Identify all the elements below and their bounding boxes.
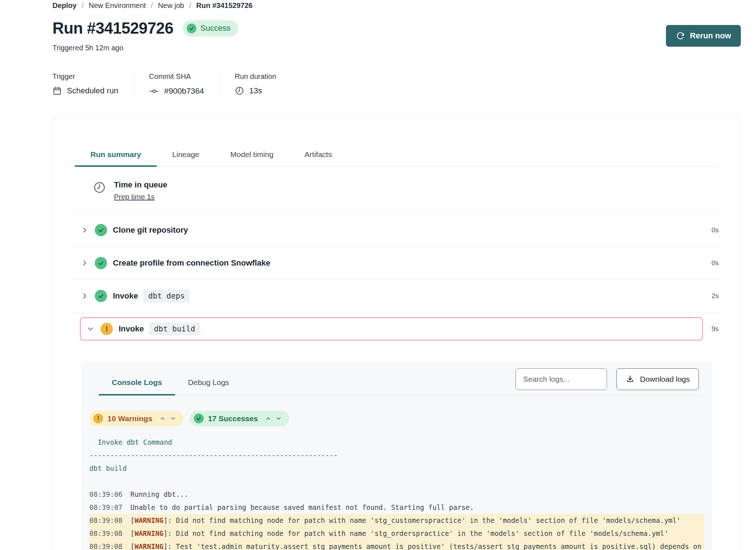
breadcrumb-separator: / bbox=[82, 1, 84, 10]
clock-icon bbox=[93, 181, 106, 201]
refresh-icon bbox=[676, 31, 685, 41]
rerun-now-button[interactable]: Rerun now bbox=[666, 25, 741, 47]
chevron-right-icon[interactable] bbox=[81, 259, 88, 267]
logs-tabs: Console Logs Debug Logs bbox=[99, 372, 242, 395]
warnings-badge[interactable]: ! 10 Warnings bbox=[89, 411, 183, 426]
step-row-dbt-deps[interactable]: Invoke dbt deps 2s bbox=[53, 280, 740, 312]
step-title: Invoke bbox=[113, 291, 138, 301]
run-summary-card: Run summary Lineage Model timing Artifac… bbox=[52, 117, 741, 550]
step-title: Create profile from connection Snowflake bbox=[113, 258, 270, 268]
meta-commit-value: #900b7364 bbox=[164, 86, 204, 96]
status-badge-label: Success bbox=[200, 24, 230, 33]
triggered-text: Triggered 5h 12m ago bbox=[52, 44, 238, 52]
chevron-down-icon[interactable] bbox=[87, 325, 94, 333]
success-check-icon bbox=[95, 224, 107, 236]
breadcrumb-new-job[interactable]: New job bbox=[158, 1, 184, 10]
status-badge: Success bbox=[183, 20, 238, 37]
meta-duration-value: 13s bbox=[249, 86, 262, 96]
log-filter-badges: ! 10 Warnings 17 Successes bbox=[89, 411, 713, 426]
step-duration: 2s bbox=[712, 292, 719, 300]
logs-panel: Console Logs Debug Logs Download logs ! bbox=[81, 362, 713, 550]
page-header: Run #341529726 Success Triggered 5h 12m … bbox=[52, 19, 741, 52]
check-circle-icon bbox=[187, 24, 196, 33]
breadcrumb-new-environment[interactable]: New Environment bbox=[89, 1, 146, 10]
log-line: 08:39:07Unable to do partial parsing bec… bbox=[89, 501, 704, 514]
logs-controls: Download logs bbox=[515, 368, 699, 395]
step-title: Clone git repository bbox=[113, 225, 188, 235]
log-section-title: Invoke dbt Command bbox=[89, 436, 704, 449]
logs-header: Console Logs Debug Logs Download logs bbox=[92, 362, 702, 395]
calendar-icon bbox=[52, 86, 62, 96]
meta-duration-label: Run duration bbox=[235, 72, 276, 81]
successes-badge[interactable]: 17 Successes bbox=[190, 411, 289, 426]
breadcrumb-separator: / bbox=[189, 1, 191, 10]
clock-icon bbox=[235, 86, 244, 96]
download-logs-button[interactable]: Download logs bbox=[616, 368, 699, 390]
log-blank-line bbox=[89, 475, 704, 488]
warnings-badge-label: 10 Warnings bbox=[107, 414, 152, 423]
meta-commit-label: Commit SHA bbox=[149, 72, 204, 81]
commit-icon bbox=[149, 86, 159, 96]
warning-icon: ! bbox=[93, 414, 103, 423]
tab-model-timing[interactable]: Model timing bbox=[215, 145, 289, 167]
breadcrumb-current-run: Run #341529726 bbox=[196, 1, 252, 10]
meta-commit-sha: Commit SHA #900b7364 bbox=[133, 72, 219, 96]
caret-down-icon[interactable] bbox=[276, 415, 282, 422]
chevron-right-icon[interactable] bbox=[81, 227, 88, 234]
step-row-create-profile[interactable]: Create profile from connection Snowflake… bbox=[53, 247, 740, 279]
step-dbt-build-selected[interactable]: ! Invoke dbt build bbox=[80, 317, 703, 340]
step-command-chip: dbt deps bbox=[143, 289, 190, 302]
tab-debug-logs[interactable]: Debug Logs bbox=[175, 372, 242, 395]
search-logs-input[interactable] bbox=[515, 368, 607, 390]
successes-badge-label: 17 Successes bbox=[208, 414, 258, 423]
caret-down-icon[interactable] bbox=[170, 415, 176, 422]
tab-run-summary[interactable]: Run summary bbox=[75, 145, 157, 167]
log-line-warning: 08:39:08[WARNING]: Did not find matching… bbox=[89, 514, 704, 527]
step-duration: 0s bbox=[712, 226, 719, 234]
rerun-now-label: Rerun now bbox=[690, 31, 731, 41]
run-meta: Trigger Scheduled run Commit SHA #900b73… bbox=[52, 72, 741, 96]
step-command-chip: dbt build bbox=[149, 322, 200, 335]
log-command: dbt build bbox=[89, 462, 704, 475]
log-separator: ----------------------------------------… bbox=[89, 449, 704, 462]
step-row-dbt-build: ! Invoke dbt build 9s bbox=[53, 313, 740, 345]
log-line: 08:39:06Running dbt... bbox=[89, 488, 704, 501]
breadcrumb-deploy[interactable]: Deploy bbox=[52, 1, 77, 10]
breadcrumb-separator: / bbox=[151, 1, 153, 10]
tab-console-logs[interactable]: Console Logs bbox=[99, 372, 175, 395]
console-log-output: Invoke dbt Command ---------------------… bbox=[89, 436, 704, 550]
breadcrumb: Deploy / New Environment / New job / Run… bbox=[52, 1, 741, 10]
warning-icon: ! bbox=[101, 323, 113, 335]
step-row-clone-git[interactable]: Clone git repository 0s bbox=[53, 214, 740, 246]
chevron-right-icon[interactable] bbox=[81, 292, 88, 300]
success-check-icon bbox=[95, 290, 107, 302]
prep-time-link[interactable]: Prep time 1s bbox=[114, 193, 154, 201]
success-check-icon bbox=[95, 257, 107, 269]
log-line-warning: 08:39:08[WARNING]: Test 'test.admin_matu… bbox=[89, 540, 704, 550]
step-title: Invoke bbox=[119, 324, 144, 334]
download-logs-label: Download logs bbox=[640, 375, 690, 384]
meta-trigger-value: Scheduled run bbox=[67, 86, 118, 96]
meta-trigger-label: Trigger bbox=[52, 72, 118, 81]
log-line-warning: 08:39:08[WARNING]: Did not find matching… bbox=[89, 527, 704, 540]
time-in-queue-section: Time in queue Prep time 1s bbox=[93, 166, 740, 213]
caret-up-icon[interactable] bbox=[160, 415, 166, 422]
check-circle-icon bbox=[194, 414, 204, 423]
run-tabs: Run summary Lineage Model timing Artifac… bbox=[75, 145, 719, 166]
caret-up-icon[interactable] bbox=[265, 415, 271, 422]
tab-lineage[interactable]: Lineage bbox=[157, 145, 215, 167]
run-detail-page: Deploy / New Environment / New job / Run… bbox=[0, 0, 756, 550]
meta-run-duration: Run duration 13s bbox=[219, 72, 292, 96]
tab-artifacts[interactable]: Artifacts bbox=[289, 145, 348, 167]
meta-trigger: Trigger Scheduled run bbox=[52, 72, 133, 96]
page-title: Run #341529726 bbox=[52, 19, 173, 37]
download-icon bbox=[625, 375, 635, 384]
step-duration: 0s bbox=[712, 259, 719, 267]
time-in-queue-title: Time in queue bbox=[114, 180, 167, 190]
step-duration: 9s bbox=[712, 325, 719, 333]
